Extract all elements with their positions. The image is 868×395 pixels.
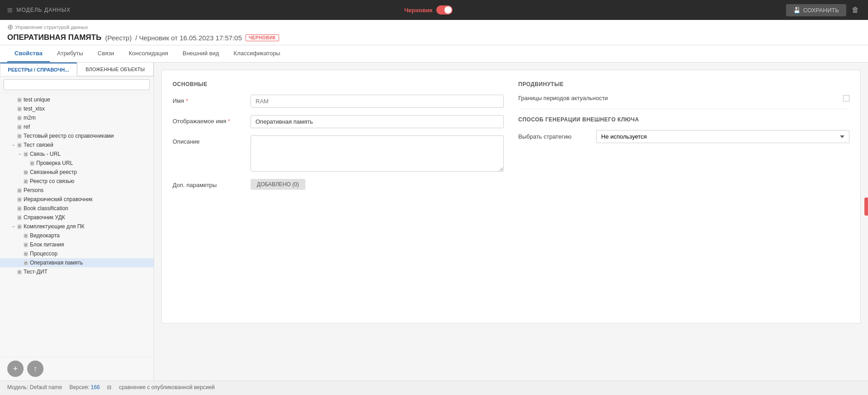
tree-item-label: Процессор (30, 250, 58, 257)
nav-registries-button[interactable]: РЕЕСТРЫ / СПРАВОЧН... (0, 63, 77, 76)
draft-badge: ЧЕРНОВИК (246, 34, 279, 41)
sidebar-nav: РЕЕСТРЫ / СПРАВОЧН... ВЛОЖЕННЫЕ ОБЪЕКТЫ (0, 63, 154, 77)
version-link[interactable]: 166 (91, 384, 100, 390)
app-title-area: ⊞ МОДЕЛЬ ДАННЫХ (7, 6, 71, 14)
tree-item-test-links[interactable]: − ⊞ Тест связей (0, 140, 154, 149)
tree-item-check-url[interactable]: ⊞ Проверка URL (0, 159, 154, 168)
obj-icon: ⊞ (17, 188, 22, 193)
advanced-section-title: ПРОДВИНУТЫЕ (518, 81, 849, 87)
obj-icon: ⊞ (17, 125, 22, 130)
tab-consolidation[interactable]: Консолидация (121, 45, 175, 62)
tree-item-label: Видеокарта (30, 232, 60, 239)
obj-icon: ⊞ (17, 224, 22, 229)
draft-toggle[interactable] (436, 5, 453, 14)
tree-item-label: test unique (24, 96, 50, 103)
tree-item-label: Комплектующие для ПК (24, 223, 84, 230)
name-input[interactable] (251, 95, 504, 108)
tab-properties[interactable]: Свойства (7, 45, 50, 62)
save-button[interactable]: 💾 СОХРАНИТЬ (786, 4, 846, 16)
red-side-tab[interactable] (864, 198, 868, 216)
tree-item-test-dit[interactable]: ⊞ Тест-ДИТ (0, 267, 154, 276)
breadcrumb-title: ОПЕРАТИВНАЯ ПАМЯТЬ (Реестр) / Черновик о… (7, 33, 861, 45)
tree-item-test-unique[interactable]: ⊞ test unique (0, 95, 154, 104)
tree-item-psu[interactable]: ⊞ Блок питания (0, 240, 154, 249)
nav-embedded-button[interactable]: ВЛОЖЕННЫЕ ОБЪЕКТЫ (77, 63, 154, 76)
tree-item-registry-with-link[interactable]: ⊞ Реестр со связью (0, 177, 154, 186)
tree-item-test-xlsx[interactable]: ⊞ test_xlsx (0, 104, 154, 113)
tree-item-link-url[interactable]: − ⊞ Связь - URL (0, 149, 154, 159)
struct-icon: ⊕ (7, 23, 13, 31)
tree-item-label: Тестовый реестр со справочниками (24, 133, 114, 139)
tree-item-label: Связь - URL (30, 151, 61, 157)
compare-label: сравнение с опубликованной версией (119, 384, 215, 390)
tree-item-hierarchical[interactable]: ⊞ Иерархический справочник (0, 195, 154, 204)
obj-icon: ⊞ (17, 270, 22, 275)
tree-item-label: Проверка URL (36, 160, 73, 166)
tree-item-test-registry[interactable]: ⊞ Тестовый реестр со справочниками (0, 131, 154, 140)
move-up-button[interactable]: ↑ (27, 361, 43, 377)
tree-item-label: Book classification (24, 205, 68, 212)
tab-classifiers[interactable]: Классификаторы (227, 45, 288, 62)
breadcrumb-service: Управление структурой данных (15, 24, 88, 30)
tree-item-book-classification[interactable]: ⊞ Book classification (0, 204, 154, 213)
model-label: Модель: Default name (7, 384, 62, 390)
top-actions: 💾 СОХРАНИТЬ 🗑 (786, 4, 861, 16)
extra-params-row: Доп. параметры ДОБАВЛЕНО (0) (173, 179, 504, 190)
advanced-section: ПРОДВИНУТЫЕ Границы периодов актуальност… (518, 81, 849, 197)
obj-icon: ⊞ (17, 106, 22, 111)
description-field-row: Описание (173, 135, 504, 172)
tree-item-m2m[interactable]: ⊞ m2m (0, 113, 154, 122)
tree-item-pc-parts[interactable]: − ⊞ Комплектующие для ПК (0, 222, 154, 231)
tree-item-udc[interactable]: ⊞ Справочник УДК (0, 213, 154, 222)
app-title: МОДЕЛЬ ДАННЫХ (17, 7, 71, 13)
status-bar: Модель: Default name Версия: 166 ⊟ сравн… (0, 381, 868, 393)
tree-item-gpu[interactable]: ⊞ Видеокарта (0, 231, 154, 240)
tab-appearance[interactable]: Внешний вид (175, 45, 227, 62)
periods-checkbox[interactable] (843, 95, 849, 101)
obj-icon: ⊞ (17, 215, 22, 220)
tree-item-label: Тест-ДИТ (24, 269, 48, 275)
name-required-mark: * (186, 97, 188, 104)
obj-icon: ⊞ (17, 143, 22, 148)
page-title-main: ОПЕРАТИВНАЯ ПАМЯТЬ (7, 33, 101, 42)
periods-row: Границы периодов актуальности (518, 95, 849, 101)
tree-item-ref[interactable]: ⊞ ref (0, 122, 154, 131)
content-area: ОСНОВНЫЕ Имя * Отображаемое имя * (154, 63, 868, 381)
obj-icon: ⊞ (24, 260, 28, 265)
delete-button[interactable]: 🗑 (850, 4, 861, 16)
tree-item-label: Persons (24, 187, 43, 193)
strategy-row: Выбрать стратегию Не используется UUID S… (518, 130, 849, 143)
tree-item-persons[interactable]: ⊞ Persons (0, 186, 154, 195)
tree-item-label: Справочник УДК (24, 214, 65, 221)
obj-icon: ⊞ (24, 179, 28, 184)
two-column-layout: ОСНОВНЫЕ Имя * Отображаемое имя * (173, 81, 849, 197)
extra-params-button[interactable]: ДОБАВЛЕНО (0) (251, 179, 305, 190)
search-input[interactable] (4, 79, 150, 90)
add-item-button[interactable]: + (7, 361, 24, 377)
tree-item-label: Реестр со связью (30, 178, 74, 184)
version-area: Версия: 166 (69, 384, 100, 390)
periods-label: Границы периодов актуальности (518, 95, 839, 101)
tree-item-linked-registry[interactable]: ⊞ Связанный реестр (0, 168, 154, 177)
page-title-type: (Реестр) (105, 34, 132, 42)
top-bar: ⊞ МОДЕЛЬ ДАННЫХ Черновик 💾 СОХРАНИТЬ 🗑 (0, 0, 868, 20)
obj-icon: ⊞ (17, 197, 22, 202)
compare-label-icon: ⊟ (107, 384, 111, 390)
tree-item-cpu[interactable]: ⊞ Процессор (0, 249, 154, 258)
sidebar: РЕЕСТРЫ / СПРАВОЧН... ВЛОЖЕННЫЕ ОБЪЕКТЫ … (0, 63, 154, 381)
tab-links[interactable]: Связи (91, 45, 121, 62)
sidebar-actions: + ↑ (0, 356, 154, 381)
gen-section-title: СПОСОБ ГЕНЕРАЦИИ ВНЕШНЕГО КЛЮЧА (518, 109, 849, 123)
obj-icon: ⊞ (17, 97, 22, 102)
basic-section: ОСНОВНЫЕ Имя * Отображаемое имя * (173, 81, 504, 197)
tree-item-ram[interactable]: ⊞ Оперативная память (0, 258, 154, 267)
tree-item-label: Оперативная память (30, 260, 83, 266)
draft-toggle-area: Черновик (404, 5, 453, 14)
display-name-required-mark: * (228, 118, 230, 125)
display-name-input[interactable] (251, 115, 504, 128)
tab-attributes[interactable]: Атрибуты (50, 45, 91, 62)
strategy-select[interactable]: Не используется UUID Sequence (596, 130, 849, 143)
name-label: Имя * (173, 95, 245, 104)
breadcrumb-bar: ⊕ Управление структурой данных ОПЕРАТИВН… (0, 20, 868, 45)
description-input[interactable] (251, 135, 504, 172)
